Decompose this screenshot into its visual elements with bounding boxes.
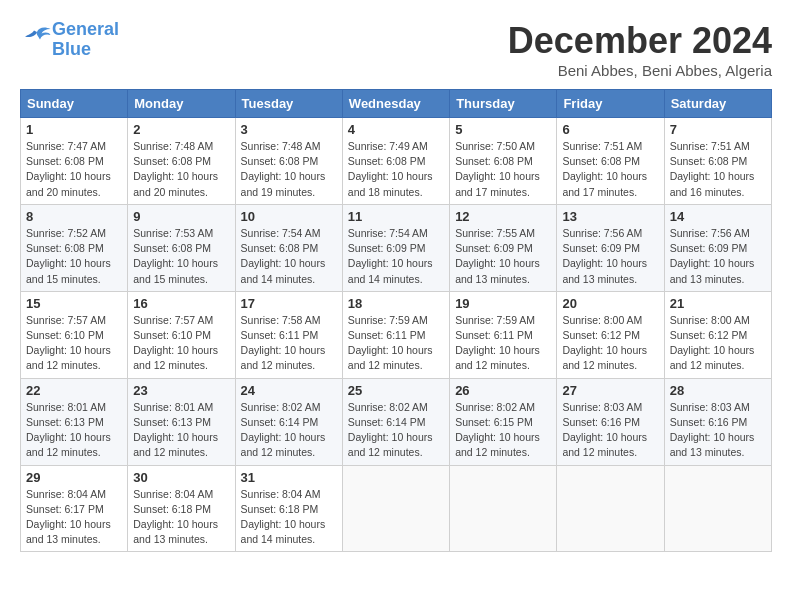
day-number: 10	[241, 209, 337, 224]
day-info: Sunrise: 7:47 AM Sunset: 6:08 PM Dayligh…	[26, 139, 122, 200]
day-number: 31	[241, 470, 337, 485]
calendar-cell: 29 Sunrise: 8:04 AM Sunset: 6:17 PM Dayl…	[21, 465, 128, 552]
day-info: Sunrise: 7:51 AM Sunset: 6:08 PM Dayligh…	[562, 139, 658, 200]
day-info: Sunrise: 8:00 AM Sunset: 6:12 PM Dayligh…	[670, 313, 766, 374]
day-info: Sunrise: 7:48 AM Sunset: 6:08 PM Dayligh…	[241, 139, 337, 200]
day-info: Sunrise: 7:53 AM Sunset: 6:08 PM Dayligh…	[133, 226, 229, 287]
day-info: Sunrise: 8:02 AM Sunset: 6:14 PM Dayligh…	[348, 400, 444, 461]
calendar-cell: 1 Sunrise: 7:47 AM Sunset: 6:08 PM Dayli…	[21, 118, 128, 205]
calendar-cell: 6 Sunrise: 7:51 AM Sunset: 6:08 PM Dayli…	[557, 118, 664, 205]
day-info: Sunrise: 7:54 AM Sunset: 6:09 PM Dayligh…	[348, 226, 444, 287]
calendar-week-row: 1 Sunrise: 7:47 AM Sunset: 6:08 PM Dayli…	[21, 118, 772, 205]
day-number: 1	[26, 122, 122, 137]
location-subtitle: Beni Abbes, Beni Abbes, Algeria	[508, 62, 772, 79]
calendar-cell	[557, 465, 664, 552]
day-info: Sunrise: 7:58 AM Sunset: 6:11 PM Dayligh…	[241, 313, 337, 374]
day-number: 19	[455, 296, 551, 311]
day-info: Sunrise: 7:59 AM Sunset: 6:11 PM Dayligh…	[455, 313, 551, 374]
calendar-cell: 21 Sunrise: 8:00 AM Sunset: 6:12 PM Dayl…	[664, 291, 771, 378]
day-number: 28	[670, 383, 766, 398]
calendar-week-row: 15 Sunrise: 7:57 AM Sunset: 6:10 PM Dayl…	[21, 291, 772, 378]
calendar-cell: 23 Sunrise: 8:01 AM Sunset: 6:13 PM Dayl…	[128, 378, 235, 465]
day-number: 29	[26, 470, 122, 485]
calendar-header-row: SundayMondayTuesdayWednesdayThursdayFrid…	[21, 90, 772, 118]
calendar-cell	[342, 465, 449, 552]
day-number: 4	[348, 122, 444, 137]
day-info: Sunrise: 7:54 AM Sunset: 6:08 PM Dayligh…	[241, 226, 337, 287]
day-info: Sunrise: 7:50 AM Sunset: 6:08 PM Dayligh…	[455, 139, 551, 200]
day-info: Sunrise: 8:01 AM Sunset: 6:13 PM Dayligh…	[133, 400, 229, 461]
calendar-cell: 5 Sunrise: 7:50 AM Sunset: 6:08 PM Dayli…	[450, 118, 557, 205]
day-info: Sunrise: 8:03 AM Sunset: 6:16 PM Dayligh…	[670, 400, 766, 461]
calendar-day-header: Sunday	[21, 90, 128, 118]
day-info: Sunrise: 7:56 AM Sunset: 6:09 PM Dayligh…	[562, 226, 658, 287]
calendar-cell: 2 Sunrise: 7:48 AM Sunset: 6:08 PM Dayli…	[128, 118, 235, 205]
day-number: 17	[241, 296, 337, 311]
calendar-cell: 9 Sunrise: 7:53 AM Sunset: 6:08 PM Dayli…	[128, 204, 235, 291]
day-number: 12	[455, 209, 551, 224]
day-number: 3	[241, 122, 337, 137]
calendar-cell	[664, 465, 771, 552]
day-number: 14	[670, 209, 766, 224]
day-number: 27	[562, 383, 658, 398]
calendar-cell: 11 Sunrise: 7:54 AM Sunset: 6:09 PM Dayl…	[342, 204, 449, 291]
day-number: 22	[26, 383, 122, 398]
day-number: 2	[133, 122, 229, 137]
day-info: Sunrise: 7:57 AM Sunset: 6:10 PM Dayligh…	[26, 313, 122, 374]
day-number: 26	[455, 383, 551, 398]
day-number: 9	[133, 209, 229, 224]
calendar-day-header: Friday	[557, 90, 664, 118]
calendar-cell: 25 Sunrise: 8:02 AM Sunset: 6:14 PM Dayl…	[342, 378, 449, 465]
day-number: 23	[133, 383, 229, 398]
day-info: Sunrise: 8:01 AM Sunset: 6:13 PM Dayligh…	[26, 400, 122, 461]
month-title: December 2024	[508, 20, 772, 62]
day-number: 15	[26, 296, 122, 311]
day-info: Sunrise: 7:48 AM Sunset: 6:08 PM Dayligh…	[133, 139, 229, 200]
calendar-cell: 28 Sunrise: 8:03 AM Sunset: 6:16 PM Dayl…	[664, 378, 771, 465]
day-info: Sunrise: 7:52 AM Sunset: 6:08 PM Dayligh…	[26, 226, 122, 287]
calendar-week-row: 29 Sunrise: 8:04 AM Sunset: 6:17 PM Dayl…	[21, 465, 772, 552]
calendar-cell: 20 Sunrise: 8:00 AM Sunset: 6:12 PM Dayl…	[557, 291, 664, 378]
logo-bird-icon	[22, 26, 52, 50]
day-number: 30	[133, 470, 229, 485]
day-number: 6	[562, 122, 658, 137]
calendar-cell: 15 Sunrise: 7:57 AM Sunset: 6:10 PM Dayl…	[21, 291, 128, 378]
day-info: Sunrise: 7:49 AM Sunset: 6:08 PM Dayligh…	[348, 139, 444, 200]
day-info: Sunrise: 8:02 AM Sunset: 6:14 PM Dayligh…	[241, 400, 337, 461]
calendar-cell: 12 Sunrise: 7:55 AM Sunset: 6:09 PM Dayl…	[450, 204, 557, 291]
calendar-cell: 26 Sunrise: 8:02 AM Sunset: 6:15 PM Dayl…	[450, 378, 557, 465]
calendar-cell: 22 Sunrise: 8:01 AM Sunset: 6:13 PM Dayl…	[21, 378, 128, 465]
day-number: 25	[348, 383, 444, 398]
day-info: Sunrise: 7:57 AM Sunset: 6:10 PM Dayligh…	[133, 313, 229, 374]
day-info: Sunrise: 7:55 AM Sunset: 6:09 PM Dayligh…	[455, 226, 551, 287]
calendar-cell: 10 Sunrise: 7:54 AM Sunset: 6:08 PM Dayl…	[235, 204, 342, 291]
calendar-day-header: Tuesday	[235, 90, 342, 118]
day-number: 11	[348, 209, 444, 224]
day-info: Sunrise: 8:04 AM Sunset: 6:18 PM Dayligh…	[241, 487, 337, 548]
day-info: Sunrise: 8:00 AM Sunset: 6:12 PM Dayligh…	[562, 313, 658, 374]
day-number: 24	[241, 383, 337, 398]
calendar-cell: 18 Sunrise: 7:59 AM Sunset: 6:11 PM Dayl…	[342, 291, 449, 378]
calendar-table: SundayMondayTuesdayWednesdayThursdayFrid…	[20, 89, 772, 552]
calendar-cell: 16 Sunrise: 7:57 AM Sunset: 6:10 PM Dayl…	[128, 291, 235, 378]
day-info: Sunrise: 8:04 AM Sunset: 6:18 PM Dayligh…	[133, 487, 229, 548]
calendar-day-header: Wednesday	[342, 90, 449, 118]
day-info: Sunrise: 8:02 AM Sunset: 6:15 PM Dayligh…	[455, 400, 551, 461]
calendar-cell: 27 Sunrise: 8:03 AM Sunset: 6:16 PM Dayl…	[557, 378, 664, 465]
calendar-cell: 4 Sunrise: 7:49 AM Sunset: 6:08 PM Dayli…	[342, 118, 449, 205]
logo-text: General Blue	[52, 20, 119, 60]
calendar-week-row: 8 Sunrise: 7:52 AM Sunset: 6:08 PM Dayli…	[21, 204, 772, 291]
day-number: 5	[455, 122, 551, 137]
calendar-cell: 14 Sunrise: 7:56 AM Sunset: 6:09 PM Dayl…	[664, 204, 771, 291]
calendar-cell: 19 Sunrise: 7:59 AM Sunset: 6:11 PM Dayl…	[450, 291, 557, 378]
calendar-cell: 24 Sunrise: 8:02 AM Sunset: 6:14 PM Dayl…	[235, 378, 342, 465]
day-info: Sunrise: 7:56 AM Sunset: 6:09 PM Dayligh…	[670, 226, 766, 287]
day-number: 20	[562, 296, 658, 311]
calendar-cell: 31 Sunrise: 8:04 AM Sunset: 6:18 PM Dayl…	[235, 465, 342, 552]
calendar-cell: 30 Sunrise: 8:04 AM Sunset: 6:18 PM Dayl…	[128, 465, 235, 552]
day-info: Sunrise: 8:04 AM Sunset: 6:17 PM Dayligh…	[26, 487, 122, 548]
calendar-cell: 3 Sunrise: 7:48 AM Sunset: 6:08 PM Dayli…	[235, 118, 342, 205]
title-block: December 2024 Beni Abbes, Beni Abbes, Al…	[508, 20, 772, 79]
calendar-cell: 7 Sunrise: 7:51 AM Sunset: 6:08 PM Dayli…	[664, 118, 771, 205]
logo: General Blue	[20, 20, 119, 60]
